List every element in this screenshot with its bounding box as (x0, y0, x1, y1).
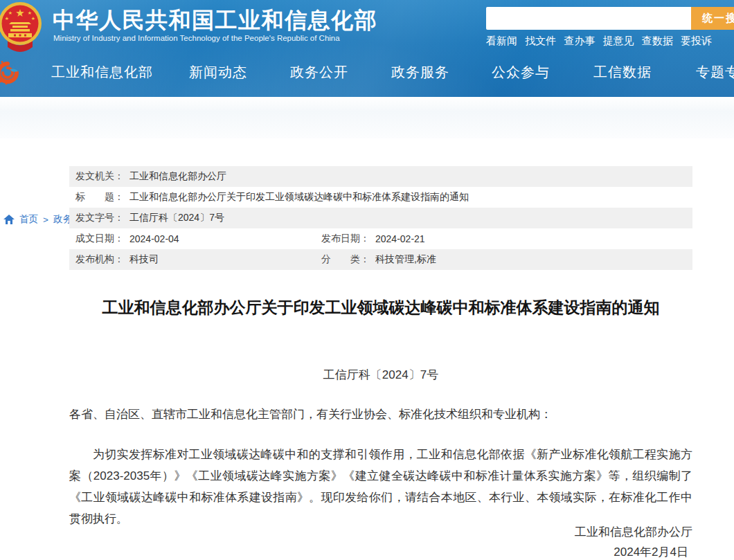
meta-value: 科技管理,标准 (375, 253, 436, 266)
meta-label: 成文日期： (75, 233, 124, 245)
nav-item-gov-service[interactable]: 政务服务 (391, 63, 449, 82)
meta-value: 工信厅科〔2024〕7号 (129, 212, 224, 224)
quick-link-files[interactable]: 找文件 (525, 35, 556, 48)
site-title: 中华人民共和国工业和信息化部 (53, 6, 377, 36)
meta-value: 科技司 (129, 253, 159, 266)
site-subtitle: Ministry of Industry and Information Tec… (53, 34, 340, 42)
page: ★ ★ ★ ★ ★ 中华人民共和国工业和信息化部 Ministry of Ind… (0, 0, 734, 560)
svg-text:★: ★ (15, 7, 24, 19)
document-title: 工业和信息化部办公厅关于印发工业领域碳达峰碳中和标准体系建设指南的通知 (55, 296, 706, 318)
meta-label: 发文机关： (75, 170, 124, 183)
breadcrumb-bar: 首页 > 政务公开 > 政策文件 > 文件发布 > 通知 (0, 97, 734, 138)
meta-label: 发布日期： (321, 233, 370, 245)
quick-link-data[interactable]: 查数据 (642, 35, 673, 48)
meta-row-title: 标 题： 工业和信息化部办公厅关于印发工业领域碳达峰碳中和标准体系建设指南的通知 (69, 187, 692, 208)
document-meta-table: 发文机关： 工业和信息化部办公厅 标 题： 工业和信息化部办公厅关于印发工业领域… (69, 166, 692, 270)
document-body: 为切实发挥标准对工业领域碳达峰碳中和的支撑和引领作用，工业和信息化部依据《新产业… (69, 444, 692, 530)
svg-text:★: ★ (31, 16, 35, 21)
quick-link-services[interactable]: 查办事 (564, 35, 595, 48)
svg-text:★: ★ (8, 10, 12, 15)
meta-label: 发文字号： (75, 212, 124, 224)
nav-item-data[interactable]: 工信数据 (593, 63, 652, 82)
site-header: ★ ★ ★ ★ ★ 中华人民共和国工业和信息化部 Ministry of Ind… (0, 0, 734, 97)
meta-value: 工业和信息化部办公厅关于印发工业领域碳达峰碳中和标准体系建设指南的通知 (129, 191, 469, 204)
svg-text:★: ★ (5, 16, 9, 21)
nav-item-miit[interactable]: 工业和信息化部 (51, 63, 153, 82)
meta-row-issuing-org: 发文机关： 工业和信息化部办公厅 (69, 166, 692, 187)
meta-row-publisher-category: 发布机构： 科技司 分 类： 科技管理,标准 (69, 249, 692, 270)
meta-label: 标 题： (75, 191, 124, 204)
quick-link-complaint[interactable]: 要投诉 (681, 35, 712, 48)
meta-value: 2024-02-04 (129, 233, 179, 244)
meta-value: 工业和信息化部办公厅 (129, 170, 226, 183)
document-date: 2024年2月4日 (69, 544, 688, 560)
search-button[interactable]: 统一搜索 (691, 7, 734, 30)
meta-label: 分 类： (321, 253, 370, 266)
svg-text:★: ★ (28, 10, 32, 15)
nav-item-news[interactable]: 新闻动态 (189, 63, 247, 82)
quick-links: 看新闻 找文件 查办事 提意见 查数据 要投诉 (486, 35, 712, 48)
home-icon[interactable] (3, 215, 15, 224)
document-signature: 工业和信息化部办公厅 (69, 524, 692, 540)
nav-item-special[interactable]: 专题专栏 (696, 63, 734, 82)
meta-label: 发布机构： (75, 253, 124, 266)
meta-row-dates: 成文日期： 2024-02-04 发布日期： 2024-02-21 (69, 228, 692, 249)
nav-item-gov-info[interactable]: 政务公开 (290, 63, 348, 82)
quick-link-feedback[interactable]: 提意见 (603, 35, 634, 48)
site-logo-icon (0, 60, 20, 85)
nav-item-public[interactable]: 公众参与 (492, 63, 550, 82)
breadcrumb-home[interactable]: 首页 (19, 213, 38, 226)
national-emblem-icon: ★ ★ ★ ★ ★ (0, 1, 44, 54)
breadcrumb-separator: > (43, 215, 48, 225)
search-input[interactable] (486, 7, 691, 30)
document-salutation: 各省、自治区、直辖市工业和信息化主管部门，有关行业协会、标准化技术组织和专业机构… (69, 406, 706, 422)
document-number: 工信厅科〔2024〕7号 (69, 367, 692, 383)
quick-link-news[interactable]: 看新闻 (486, 35, 517, 48)
meta-row-doc-number: 发文字号： 工信厅科〔2024〕7号 (69, 208, 692, 228)
meta-value: 2024-02-21 (375, 233, 425, 244)
